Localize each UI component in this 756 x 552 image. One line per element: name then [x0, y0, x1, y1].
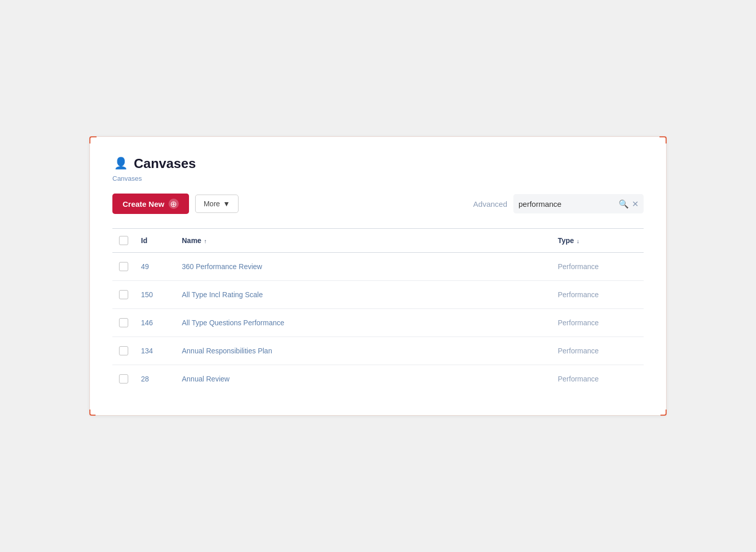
row-checkbox-cell	[112, 253, 135, 281]
row-type: Performance	[552, 253, 644, 281]
page-icon: 👤	[112, 155, 129, 172]
row-type: Performance	[552, 281, 644, 309]
row-type: Performance	[552, 365, 644, 393]
corner-bl	[89, 410, 96, 416]
row-id: 49	[135, 253, 176, 281]
row-name[interactable]: Annual Responsibilities Plan	[176, 337, 552, 365]
row-name[interactable]: Annual Review	[176, 365, 552, 393]
table-row: 150 All Type Incl Rating Scale Performan…	[112, 281, 644, 309]
chevron-down-icon: ▼	[223, 200, 230, 208]
type-sort-icon: ↓	[575, 238, 580, 244]
plus-icon: ⊕	[169, 199, 179, 209]
row-checkbox-cell	[112, 281, 135, 309]
row-name[interactable]: All Type Incl Rating Scale	[176, 281, 552, 309]
row-id: 150	[135, 281, 176, 309]
table-row: 49 360 Performance Review Performance	[112, 253, 644, 281]
toolbar: Create New ⊕ More ▼ Advanced 🔍 ✕	[112, 194, 644, 214]
create-new-button[interactable]: Create New ⊕	[112, 194, 189, 214]
create-new-label: Create New	[123, 200, 164, 208]
row-id: 28	[135, 365, 176, 393]
more-label: More	[204, 200, 220, 208]
page-title: Canvases	[134, 156, 196, 172]
table-row: 28 Annual Review Performance	[112, 365, 644, 393]
advanced-label[interactable]: Advanced	[473, 200, 507, 208]
main-card: 👤 Canvases Canvases Create New ⊕ More ▼ …	[89, 136, 667, 416]
table-body: 49 360 Performance Review Performance 15…	[112, 253, 644, 393]
select-all-checkbox[interactable]	[119, 236, 128, 245]
col-header-type[interactable]: Type ↓	[552, 229, 644, 253]
breadcrumb: Canvases	[112, 175, 644, 182]
row-checkbox[interactable]	[119, 262, 128, 271]
row-checkbox-cell	[112, 365, 135, 393]
clear-icon[interactable]: ✕	[632, 199, 639, 209]
row-name[interactable]: All Type Questions Performance	[176, 309, 552, 337]
row-checkbox-cell	[112, 309, 135, 337]
row-type: Performance	[552, 309, 644, 337]
table-header-row: Id Name ↑ Type ↓	[112, 229, 644, 253]
row-name[interactable]: 360 Performance Review	[176, 253, 552, 281]
table-row: 146 All Type Questions Performance Perfo…	[112, 309, 644, 337]
search-input[interactable]	[518, 200, 616, 208]
more-button[interactable]: More ▼	[195, 195, 239, 213]
row-checkbox[interactable]	[119, 318, 128, 327]
row-checkbox[interactable]	[119, 374, 128, 383]
col-header-name[interactable]: Name ↑	[176, 229, 552, 253]
search-wrap: 🔍 ✕	[513, 194, 644, 213]
corner-br	[660, 410, 667, 416]
search-icon: 🔍	[619, 199, 629, 209]
col-header-check	[112, 229, 135, 253]
row-checkbox-cell	[112, 337, 135, 365]
name-sort-icon: ↑	[202, 238, 207, 244]
col-header-id[interactable]: Id	[135, 229, 176, 253]
row-id: 146	[135, 309, 176, 337]
row-checkbox[interactable]	[119, 290, 128, 299]
row-type: Performance	[552, 337, 644, 365]
table-row: 134 Annual Responsibilities Plan Perform…	[112, 337, 644, 365]
row-checkbox[interactable]	[119, 346, 128, 355]
row-id: 134	[135, 337, 176, 365]
data-table: Id Name ↑ Type ↓ 49 360 Performance Revi…	[112, 228, 644, 393]
page-header: 👤 Canvases	[112, 155, 644, 172]
